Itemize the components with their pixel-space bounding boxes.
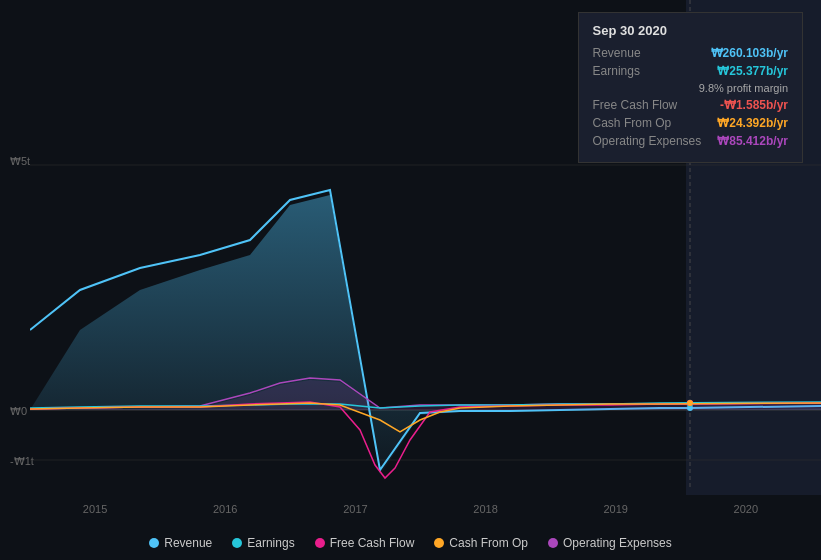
legend: Revenue Earnings Free Cash Flow Cash Fro… bbox=[0, 536, 821, 550]
tooltip-profit-margin: 9.8% profit margin bbox=[593, 82, 788, 94]
x-label-2018: 2018 bbox=[473, 503, 497, 515]
tooltip-fcf-value: -₩1.585b/yr bbox=[720, 98, 788, 112]
tooltip-revenue-label: Revenue bbox=[593, 46, 641, 60]
tooltip-fcf-row: Free Cash Flow -₩1.585b/yr bbox=[593, 98, 788, 112]
legend-revenue[interactable]: Revenue bbox=[149, 536, 212, 550]
tooltip-opex-label: Operating Expenses bbox=[593, 134, 702, 148]
tooltip-box: Sep 30 2020 Revenue ₩260.103b/yr Earning… bbox=[578, 12, 803, 163]
tooltip-cashfromop-value: ₩24.392b/yr bbox=[717, 116, 788, 130]
legend-dot-earnings bbox=[232, 538, 242, 548]
x-label-2017: 2017 bbox=[343, 503, 367, 515]
tooltip-earnings-label: Earnings bbox=[593, 64, 640, 78]
legend-dot-cashfromop bbox=[434, 538, 444, 548]
legend-opex[interactable]: Operating Expenses bbox=[548, 536, 672, 550]
legend-label-opex: Operating Expenses bbox=[563, 536, 672, 550]
legend-earnings[interactable]: Earnings bbox=[232, 536, 294, 550]
tooltip-earnings-row: Earnings ₩25.377b/yr bbox=[593, 64, 788, 78]
tooltip-revenue-value: ₩260.103b/yr bbox=[711, 46, 788, 60]
tooltip-earnings-value: ₩25.377b/yr bbox=[717, 64, 788, 78]
x-axis: 2015 2016 2017 2018 2019 2020 bbox=[30, 503, 811, 515]
x-label-2019: 2019 bbox=[603, 503, 627, 515]
tooltip-fcf-label: Free Cash Flow bbox=[593, 98, 678, 112]
x-label-2016: 2016 bbox=[213, 503, 237, 515]
legend-dot-opex bbox=[548, 538, 558, 548]
tooltip-cashfromop-row: Cash From Op ₩24.392b/yr bbox=[593, 116, 788, 130]
legend-label-earnings: Earnings bbox=[247, 536, 294, 550]
x-label-2015: 2015 bbox=[83, 503, 107, 515]
x-label-2020: 2020 bbox=[734, 503, 758, 515]
legend-label-cashfromop: Cash From Op bbox=[449, 536, 528, 550]
tooltip-date: Sep 30 2020 bbox=[593, 23, 788, 38]
legend-cashfromop[interactable]: Cash From Op bbox=[434, 536, 528, 550]
legend-fcf[interactable]: Free Cash Flow bbox=[315, 536, 415, 550]
tooltip-opex-row: Operating Expenses ₩85.412b/yr bbox=[593, 134, 788, 148]
tooltip-revenue-row: Revenue ₩260.103b/yr bbox=[593, 46, 788, 60]
legend-dot-fcf bbox=[315, 538, 325, 548]
tooltip-opex-value: ₩85.412b/yr bbox=[717, 134, 788, 148]
legend-dot-revenue bbox=[149, 538, 159, 548]
chart-container: Sep 30 2020 Revenue ₩260.103b/yr Earning… bbox=[0, 0, 821, 560]
legend-label-fcf: Free Cash Flow bbox=[330, 536, 415, 550]
legend-label-revenue: Revenue bbox=[164, 536, 212, 550]
svg-point-9 bbox=[687, 400, 693, 406]
tooltip-cashfromop-label: Cash From Op bbox=[593, 116, 672, 130]
